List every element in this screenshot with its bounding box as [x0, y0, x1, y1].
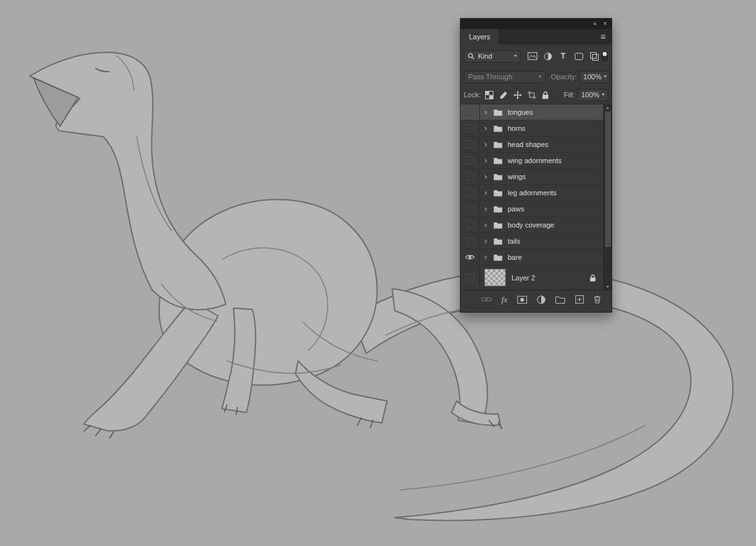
layer-name[interactable]: horns [508, 124, 526, 132]
layer-row-head-shapes[interactable]: ›head shapes [461, 137, 603, 153]
disclosure-chevron-icon[interactable]: › [484, 108, 493, 116]
filter-kind-label: Kind [478, 52, 492, 60]
layer-name[interactable]: tongues [508, 108, 533, 116]
lock-image-pixels-icon[interactable] [499, 91, 508, 99]
folder-icon [493, 206, 502, 213]
layer-name[interactable]: paws [508, 205, 524, 213]
visibility-toggle-empty[interactable] [461, 104, 480, 120]
lock-all-icon[interactable] [542, 91, 549, 99]
panel-bottom-strip [461, 308, 612, 312]
close-panel-icon[interactable]: × [603, 19, 607, 29]
visibility-toggle-empty[interactable] [461, 266, 480, 289]
visibility-toggle-empty[interactable] [461, 185, 480, 200]
disclosure-chevron-icon[interactable]: › [484, 141, 493, 148]
shape-layer-filter-icon[interactable] [571, 53, 586, 60]
layer-row-Layer-2[interactable]: Layer 2 [461, 266, 603, 290]
lock-artboard-nesting-icon[interactable] [528, 91, 536, 99]
visibility-toggle-empty[interactable] [461, 217, 480, 233]
disclosure-chevron-icon[interactable]: › [484, 221, 493, 229]
layer-row-wing-adornments[interactable]: ›wing adornments [461, 153, 603, 169]
layer-name[interactable]: body coverage [508, 221, 554, 229]
disclosure-chevron-icon[interactable]: › [484, 124, 493, 132]
layer-list: ›tongues›horns›head shapes›wing adornmen… [461, 104, 603, 290]
pixel-layer-filter-icon[interactable] [524, 52, 540, 60]
disclosure-chevron-icon[interactable]: › [484, 205, 493, 213]
disclosure-chevron-icon[interactable]: › [484, 173, 493, 180]
layer-list-scrollbar[interactable]: ▲ ▼ [603, 104, 612, 290]
visibility-toggle-empty[interactable] [461, 153, 480, 168]
blend-mode-dropdown[interactable]: Pass Through ▾ [464, 71, 546, 83]
link-layers-button[interactable] [481, 297, 492, 302]
lock-label: Lock: [464, 91, 481, 99]
creature-sketch-artwork [0, 0, 756, 546]
disclosure-chevron-icon[interactable]: › [484, 253, 493, 261]
fill-label: Fill: [564, 91, 575, 99]
layer-row-paws[interactable]: ›paws [461, 201, 603, 217]
search-icon [468, 53, 475, 60]
tab-layers[interactable]: Layers [461, 29, 499, 44]
layer-row-horns[interactable]: ›horns [461, 121, 603, 137]
visibility-toggle-empty[interactable] [461, 201, 480, 217]
layer-row-bare[interactable]: ›bare [461, 249, 603, 266]
add-layer-mask-button[interactable] [517, 296, 527, 304]
folder-icon [493, 141, 502, 148]
disclosure-chevron-icon[interactable]: › [484, 157, 493, 164]
layers-panel: ‹‹ × Layers ≡ Kind ▾ T [460, 18, 612, 313]
visibility-toggle-empty[interactable] [461, 233, 480, 249]
fill-dropdown[interactable]: 100% ▾ [577, 89, 608, 101]
layer-row-tongues[interactable]: ›tongues [461, 104, 603, 121]
layer-filtering-toggle[interactable] [602, 51, 608, 61]
opacity-dropdown[interactable]: 100% ▾ [579, 71, 610, 83]
smart-object-filter-icon[interactable] [586, 52, 602, 61]
chevron-down-icon: ▾ [539, 74, 541, 79]
layer-name[interactable]: leg adornments [508, 189, 557, 197]
visibility-toggle-empty[interactable] [461, 121, 480, 136]
layer-row-tails[interactable]: ›tails [461, 233, 603, 249]
scroll-up-icon[interactable]: ▲ [606, 104, 610, 111]
lock-transparent-pixels-icon[interactable] [485, 91, 493, 99]
folder-icon [493, 157, 502, 164]
folder-icon [493, 254, 502, 261]
chevron-down-icon: ▾ [604, 74, 606, 79]
blend-mode-value: Pass Through [468, 73, 512, 81]
lock-position-icon[interactable] [513, 91, 522, 99]
layer-style-fx-button[interactable]: fx [501, 295, 507, 304]
panel-menu-icon[interactable]: ≡ [595, 32, 612, 41]
layer-name[interactable]: Layer 2 [512, 274, 535, 282]
layer-name[interactable]: head shapes [508, 141, 548, 148]
adjustment-fill-layer-button[interactable] [537, 295, 546, 304]
layer-list-area: ›tongues›horns›head shapes›wing adornmen… [461, 104, 612, 290]
layer-filter-row: Kind ▾ T [461, 44, 612, 68]
scroll-down-icon[interactable]: ▼ [606, 284, 610, 290]
filter-kind-dropdown[interactable]: Kind ▾ [464, 50, 521, 63]
new-layer-button[interactable] [575, 295, 584, 304]
fill-value: 100% [581, 91, 599, 99]
chevron-down-icon: ▾ [602, 92, 604, 97]
delete-layer-button[interactable] [593, 295, 601, 304]
chevron-down-icon: ▾ [514, 54, 517, 59]
layer-row-wings[interactable]: ›wings [461, 169, 603, 185]
folder-icon [493, 125, 502, 132]
panel-titlebar: ‹‹ × [461, 19, 612, 29]
visibility-toggle-empty[interactable] [461, 169, 480, 184]
layer-name[interactable]: wings [508, 173, 526, 180]
layers-panel-footer: fx [461, 290, 612, 308]
adjustment-layer-filter-icon[interactable] [540, 52, 555, 61]
disclosure-chevron-icon[interactable]: › [484, 237, 493, 245]
layer-row-body-coverage[interactable]: ›body coverage [461, 217, 603, 233]
layer-row-leg-adornments[interactable]: ›leg adornments [461, 185, 603, 201]
visibility-eye-icon[interactable] [461, 249, 480, 265]
tab-layers-label: Layers [469, 33, 490, 41]
collapse-panel-icon[interactable]: ‹‹ [593, 19, 596, 29]
new-group-button[interactable] [555, 296, 565, 304]
layer-name[interactable]: wing adornments [508, 157, 562, 164]
layer-name[interactable]: bare [508, 253, 522, 261]
visibility-toggle-empty[interactable] [461, 137, 480, 152]
type-layer-filter-icon[interactable]: T [555, 52, 571, 61]
panel-tab-strip: Layers ≡ [461, 29, 612, 44]
scrollbar-thumb[interactable] [605, 112, 611, 247]
layer-lock-icon [590, 274, 596, 282]
layer-thumbnail[interactable] [484, 269, 506, 286]
disclosure-chevron-icon[interactable]: › [484, 189, 493, 197]
layer-name[interactable]: tails [508, 237, 521, 245]
